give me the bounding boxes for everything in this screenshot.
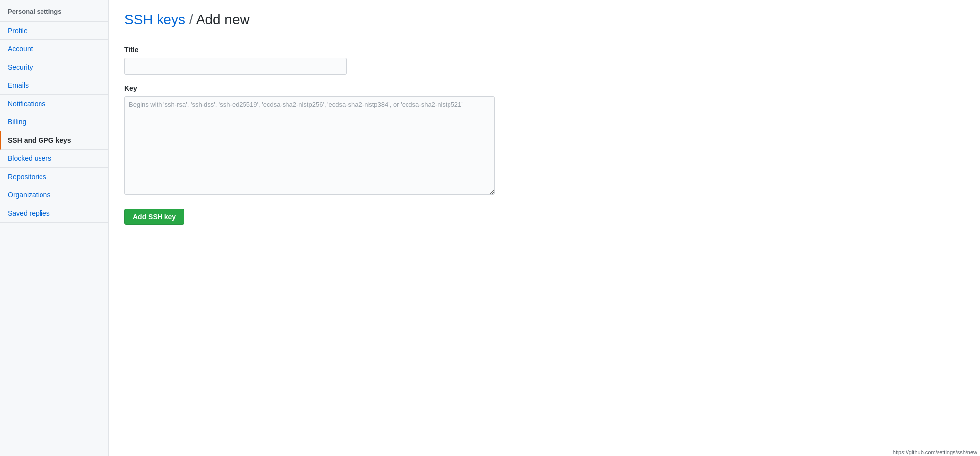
- sidebar-item-notifications[interactable]: Notifications: [0, 95, 108, 113]
- key-field-group: Key: [124, 84, 964, 195]
- page-divider: [124, 36, 964, 36]
- sidebar-header: Personal settings: [0, 0, 108, 22]
- add-ssh-key-button[interactable]: Add SSH key: [124, 209, 184, 225]
- title-input[interactable]: [124, 58, 347, 75]
- sidebar-item-billing[interactable]: Billing: [0, 113, 108, 131]
- sidebar-item-saved-replies[interactable]: Saved replies: [0, 204, 108, 223]
- breadcrumb-link[interactable]: SSH keys: [124, 12, 185, 27]
- title-label: Title: [124, 46, 964, 54]
- key-label: Key: [124, 84, 964, 92]
- sidebar-item-security[interactable]: Security: [0, 58, 108, 76]
- sidebar-item-emails[interactable]: Emails: [0, 76, 108, 95]
- page-title: SSH keys / Add new: [124, 12, 964, 28]
- sidebar-item-profile[interactable]: Profile: [0, 22, 108, 40]
- breadcrumb-separator: /: [189, 12, 196, 27]
- sidebar-item-ssh-gpg-keys[interactable]: SSH and GPG keys: [0, 131, 108, 150]
- main-content: SSH keys / Add new Title Key Add SSH key: [109, 0, 980, 456]
- status-bar-url: https://github.com/settings/ssh/new: [890, 448, 980, 456]
- sidebar-item-blocked-users[interactable]: Blocked users: [0, 150, 108, 168]
- sidebar: Personal settings Profile Account Securi…: [0, 0, 109, 456]
- sidebar-item-organizations[interactable]: Organizations: [0, 186, 108, 204]
- sidebar-nav: Profile Account Security Emails Notifica…: [0, 22, 108, 223]
- sidebar-item-repositories[interactable]: Repositories: [0, 168, 108, 186]
- title-field-group: Title: [124, 46, 964, 75]
- key-textarea[interactable]: [124, 96, 495, 195]
- sidebar-item-account[interactable]: Account: [0, 40, 108, 58]
- breadcrumb-page: Add new: [196, 12, 250, 27]
